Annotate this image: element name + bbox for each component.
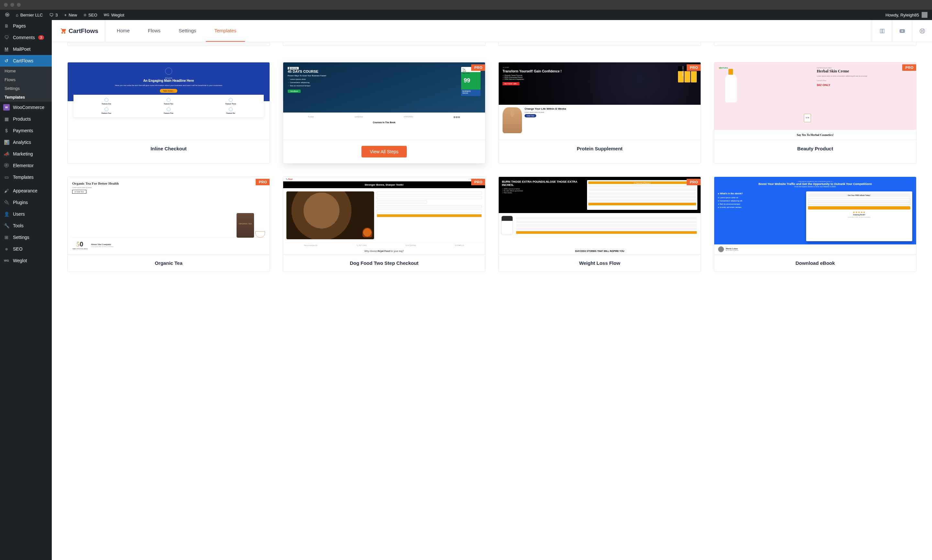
template-title: Weight Loss Flow xyxy=(499,254,701,272)
seo-link[interactable]: ⊜SEO xyxy=(81,10,100,20)
docs-button[interactable] xyxy=(872,20,892,42)
svg-point-2 xyxy=(921,30,923,32)
template-card-dog-food[interactable]: PRO 🐾 Royal✓ FREE SHIPPING Stronger Bone… xyxy=(283,177,485,272)
tab-templates[interactable]: Templates xyxy=(206,20,245,42)
tab-home[interactable]: Home xyxy=(108,20,138,42)
comment-icon: 🗨 xyxy=(3,34,10,41)
seo-label: SEO xyxy=(88,12,97,17)
menu-elementor[interactable]: ⓔElementor xyxy=(0,160,52,171)
pro-badge: PRO xyxy=(471,65,485,71)
menu-marketing[interactable]: 📣Marketing xyxy=(0,148,52,160)
seo-label: SEO xyxy=(13,246,23,252)
menu-settings[interactable]: ⊞Settings xyxy=(0,231,52,243)
menu-cartflows[interactable]: ↺CartFlows xyxy=(0,55,52,67)
pages-label: Pages xyxy=(13,23,26,28)
menu-pages[interactable]: 🗎Pages xyxy=(0,20,52,32)
preview-title: Herbal Skin Creme xyxy=(817,69,912,74)
menu-tools[interactable]: 🔧Tools xyxy=(0,220,52,231)
template-preview: Organic Tea For Better Health Lorem ipsu… xyxy=(68,177,270,254)
template-preview: 🌿NATURAL N°8 INTRODUCING Herbal Skin Cre… xyxy=(714,62,916,140)
mailpoet-label: MailPoet xyxy=(13,46,31,52)
maximize-dot[interactable] xyxy=(17,3,21,7)
avatar xyxy=(922,12,927,18)
tab-flows[interactable]: Flows xyxy=(139,20,169,42)
tools-icon: 🔧 xyxy=(3,222,10,229)
account-menu[interactable]: Howdy, Ryleigh85 xyxy=(886,12,929,18)
weglot-label: Weglot xyxy=(13,258,27,263)
pro-badge: PRO xyxy=(471,179,485,185)
template-card-inline-checkout[interactable]: eCourse An Engaging Main Headline Here H… xyxy=(67,62,270,164)
youtube-button[interactable] xyxy=(892,20,912,42)
submenu-templates[interactable]: Templates xyxy=(0,93,52,102)
menu-appearance[interactable]: 🖌Appearance xyxy=(0,185,52,197)
users-icon: 👤 xyxy=(3,211,10,217)
templates-icon: ▭ xyxy=(3,174,10,180)
templates-grid: eCourse An Engaging Main Headline Here H… xyxy=(52,50,932,284)
template-card-download-ebook[interactable]: — FREE EBOOK! ADVANCED SEO STRATEGIES (L… xyxy=(714,177,917,272)
template-card-peek[interactable] xyxy=(283,42,485,46)
minimize-dot[interactable] xyxy=(10,3,14,7)
plugins-label: Plugins xyxy=(13,200,28,205)
payments-icon: $ xyxy=(3,128,10,134)
submenu-home[interactable]: Home xyxy=(0,67,52,75)
help-button[interactable] xyxy=(912,20,932,42)
comments-link[interactable]: 🗨3 xyxy=(46,10,60,20)
template-card-peek[interactable] xyxy=(67,42,270,46)
submenu-settings[interactable]: Settings xyxy=(0,84,52,93)
menu-products[interactable]: ▦Products xyxy=(0,113,52,125)
close-dot[interactable] xyxy=(4,3,8,7)
content-area: CartFlows Home Flows Settings Templates xyxy=(52,20,932,560)
howdy-text: Howdy, Ryleigh85 xyxy=(886,12,919,17)
preview-title: 45 DAYS COURSE xyxy=(288,69,458,73)
preview-sub: Proven Ways To Grow Your Business Faster… xyxy=(288,75,458,77)
seo-icon: ⊜ xyxy=(3,246,10,252)
template-card-peek[interactable] xyxy=(498,42,701,46)
preview-banner: Stronger Bones, Sharper Teeth! xyxy=(283,182,485,188)
tab-settings[interactable]: Settings xyxy=(170,20,205,42)
template-card-peek[interactable] xyxy=(714,42,917,46)
wp-logo[interactable]: ⓦ xyxy=(3,10,12,20)
submenu-flows[interactable]: Flows xyxy=(0,75,52,84)
pro-badge: PRO xyxy=(902,65,917,71)
menu-analytics[interactable]: 📊Analytics xyxy=(0,137,52,148)
menu-plugins[interactable]: 🔌Plugins xyxy=(0,197,52,208)
cartflows-logo[interactable]: CartFlows xyxy=(60,20,105,42)
view-all-steps-button[interactable]: View All Steps xyxy=(361,146,407,157)
tools-label: Tools xyxy=(13,223,24,228)
template-card-evergreen-product[interactable]: PRO ▌EBOOK 45 DAYS COURSE Proven Ways To… xyxy=(283,62,485,164)
preview-text: Why choose Royal Food for your dog? xyxy=(364,250,404,252)
book-icon xyxy=(879,28,885,34)
preview-button: Take Action › xyxy=(160,89,177,93)
preview-text: Courses In The Book xyxy=(288,121,481,123)
menu-comments[interactable]: 🗨Comments3 xyxy=(0,32,52,43)
cartflows-icon: ↺ xyxy=(3,58,10,64)
preview-text: About The Company xyxy=(91,243,265,246)
template-card-beauty-product[interactable]: PRO 🌿NATURAL N°8 INTRODUCING Herbal Skin… xyxy=(714,62,917,164)
preview-text: SUCCESS STORIES THAT WILL INSPIRE YOU xyxy=(499,248,701,254)
menu-weglot[interactable]: WGWeglot xyxy=(0,255,52,266)
preview-title: Transform Yourself! Gain Confidence ! xyxy=(503,69,675,73)
new-label: New xyxy=(69,12,77,17)
menu-mailpoet[interactable]: MMailPoet xyxy=(0,43,52,55)
template-card-weight-loss[interactable]: PRO BURN THOSE EXTRA POUNDS.NLOSE THOSE … xyxy=(498,177,701,272)
new-content[interactable]: +New xyxy=(62,10,80,20)
menu-users[interactable]: 👤Users xyxy=(0,208,52,220)
menu-woocommerce[interactable]: WWooCommerce xyxy=(0,102,52,113)
menu-seo[interactable]: ⊜SEO xyxy=(0,243,52,255)
site-name-link[interactable]: ⌂Bernier LLC xyxy=(13,10,45,20)
appearance-label: Appearance xyxy=(13,188,37,193)
preview-text: Here you can write the text that will gi… xyxy=(73,85,264,86)
pro-badge: PRO xyxy=(687,65,701,71)
menu-templates[interactable]: ▭Templates xyxy=(0,171,52,183)
weglot-icon: WG xyxy=(104,13,110,17)
template-card-organic-tea[interactable]: PRO Organic Tea For Better Health Lorem … xyxy=(67,177,270,272)
comments-label: Comments xyxy=(13,35,35,40)
preview-tagline: Say Yes To Herbal Cosmetics! xyxy=(714,130,916,140)
menu-payments[interactable]: $Payments xyxy=(0,125,52,137)
template-title: Download eBook xyxy=(714,254,916,272)
preview-brand: NATURAL xyxy=(721,67,728,69)
youtube-icon xyxy=(899,28,906,34)
weglot-link[interactable]: WGWeglot xyxy=(101,10,127,20)
template-card-protein-supplement[interactable]: PRO ▲ power Transform Yourself! Gain Con… xyxy=(498,62,701,164)
preview-title: Organic Tea For Better Health xyxy=(72,182,233,185)
